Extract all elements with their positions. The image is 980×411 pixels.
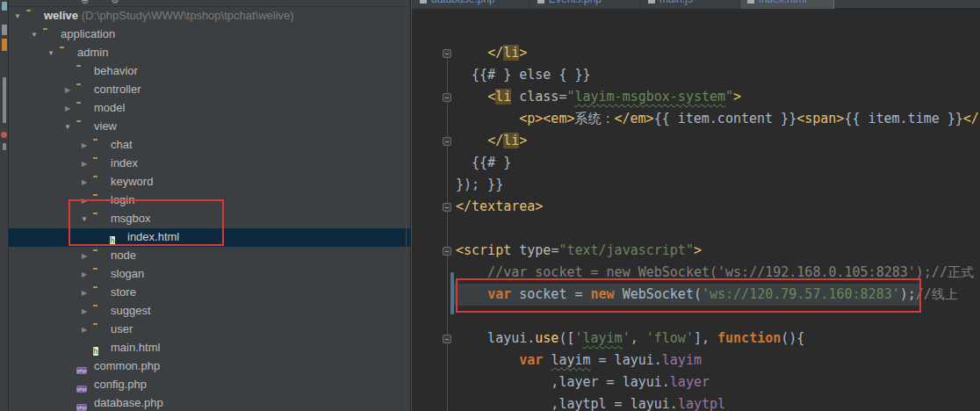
fold-marker[interactable] — [443, 137, 451, 146]
tree-item-index[interactable]: ▶index — [9, 155, 410, 173]
code-token: ' — [574, 330, 582, 346]
chevron-collapsed-icon[interactable]: ▶ — [79, 197, 90, 205]
tab-inner: Events.php — [537, 0, 602, 5]
tree-item-label: login — [111, 193, 134, 206]
code-line[interactable]: <p><em>系统：</em>{{ item.content }}<span>{… — [456, 108, 980, 130]
code-line[interactable]: </li> — [456, 130, 980, 152]
code-token: <script — [456, 242, 519, 258]
tree-item-node[interactable]: ▶node — [9, 247, 410, 265]
code-token: ,laytpl = layui. — [456, 396, 678, 411]
tree-item-label: suggest — [111, 304, 151, 317]
chevron-expanded-icon[interactable]: ▼ — [12, 12, 23, 20]
chevron-collapsed-icon[interactable]: ▶ — [79, 160, 90, 168]
tree-item-keyword[interactable]: ▶keyword — [9, 173, 410, 191]
code-token: li — [495, 89, 511, 105]
tree-item-label: slogan — [111, 267, 144, 280]
editor-tab-main-js[interactable]: main.js — [641, 0, 740, 9]
editor-tab-events-php[interactable]: Events.php — [530, 0, 641, 9]
tree-item-suggest[interactable]: ▶suggest — [9, 302, 410, 321]
code-editor[interactable]: </li> {{# } else { }} <li class="layim-m… — [456, 42, 980, 411]
settings-gear-icon[interactable]: ⚙ — [111, 0, 119, 6]
chevron-collapsed-icon[interactable]: ▶ — [79, 270, 90, 278]
tree-item-application[interactable]: ▼application — [9, 25, 410, 44]
code-token: <span> — [796, 111, 844, 126]
panel-splitter[interactable] — [410, 0, 412, 411]
tree-item-msgbox[interactable]: ▼msgbox — [9, 210, 410, 228]
chevron-expanded-icon[interactable]: ▼ — [46, 49, 56, 57]
tree-item-controller[interactable]: ▶controller — [9, 81, 410, 99]
tree-item-slogan[interactable]: ▶slogan — [9, 265, 410, 284]
chevron-expanded-icon[interactable]: ▼ — [29, 31, 40, 39]
tree-item-admin[interactable]: ▼admin — [9, 44, 410, 62]
code-token: //var socket = new WebSocket('ws://192.1… — [456, 264, 974, 280]
fold-marker[interactable] — [443, 203, 451, 212]
project-path: (D:\phpStudy\WWW\tpshop\tpchat\welive) — [78, 9, 294, 22]
tree-item-database-php[interactable]: phpdatabase.php — [9, 394, 410, 411]
locate-icon[interactable]: ⊕ — [81, 0, 89, 6]
php-file-icon: php — [76, 362, 87, 375]
chevron-collapsed-icon[interactable]: ▶ — [79, 252, 90, 260]
code-line[interactable]: <script type="text/javascript"> — [456, 240, 980, 262]
project-toolbar: ⊕ ⚙ — [9, 0, 410, 7]
code-line[interactable]: layui.use(['layim', 'flow'], function(){ — [456, 328, 980, 350]
tree-item-login[interactable]: ▶login — [9, 191, 410, 210]
code-token — [456, 45, 487, 61]
tree-item-index-html[interactable]: hindex.html — [9, 228, 410, 247]
editor-tab-database-php[interactable]: database.php — [413, 0, 530, 9]
chevron-collapsed-icon[interactable]: ▶ — [79, 326, 90, 334]
code-line[interactable]: <li class="layim-msgbox-system"> — [456, 86, 980, 108]
code-line[interactable]: </li> — [456, 42, 980, 64]
code-line[interactable]: var socket = new WebSocket('ws://120.79.… — [456, 284, 980, 306]
tree-item-common-php[interactable]: phpcommon.php — [9, 357, 410, 376]
code-token: type — [519, 242, 551, 258]
code-line[interactable]: ,laytpl = layui.laytpl — [456, 393, 980, 411]
editor-tab-index-html[interactable]: index.html — [740, 0, 834, 9]
code-token — [456, 352, 519, 368]
file-icon — [420, 0, 427, 4]
code-line[interactable]: </textarea> — [456, 196, 980, 218]
code-token: li — [503, 45, 519, 61]
tree-item-store[interactable]: ▶store — [9, 284, 410, 302]
fold-marker[interactable] — [443, 335, 451, 343]
code-token: {{ item.content }} — [654, 111, 797, 126]
chevron-expanded-icon[interactable]: ▼ — [79, 215, 90, 223]
code-line[interactable]: ,layer = layui.layer — [456, 371, 980, 393]
code-token: socket = — [511, 286, 590, 302]
chevron-collapsed-icon[interactable]: ▶ — [79, 178, 90, 186]
code-token: > — [694, 242, 702, 258]
code-line[interactable]: {{# } else { }} — [456, 64, 980, 86]
tree-item-label: database.php — [94, 396, 163, 409]
code-line[interactable]: //var socket = new WebSocket('ws://192.1… — [456, 262, 980, 284]
panel-scrollbar-track[interactable] — [406, 0, 407, 411]
tree-item-view[interactable]: ▼view — [9, 118, 410, 136]
tree-item-model[interactable]: ▶model — [9, 99, 410, 118]
chevron-collapsed-icon[interactable]: ▶ — [79, 289, 90, 297]
code-line[interactable] — [456, 218, 980, 240]
chevron-expanded-icon[interactable]: ▼ — [62, 123, 73, 131]
fold-marker[interactable] — [443, 49, 451, 58]
chevron-collapsed-icon[interactable]: ▶ — [62, 86, 73, 94]
tree-item-user[interactable]: ▶user — [9, 321, 410, 339]
code-line[interactable]: }); }} — [456, 174, 980, 196]
project-tree: ▼welive (D:\phpStudy\WWW\tpshop\tpchat\w… — [9, 7, 410, 411]
tool-window-stripe[interactable] — [0, 0, 9, 411]
fold-marker[interactable] — [443, 93, 451, 102]
tool-stripe-fragment — [3, 143, 6, 150]
code-line[interactable] — [456, 306, 980, 328]
tree-item-config-php[interactable]: phpconfig.php — [9, 376, 410, 394]
code-line[interactable]: {{# } — [456, 152, 980, 174]
tree-item-welive[interactable]: ▼welive (D:\phpStudy\WWW\tpshop\tpchat\w… — [9, 7, 410, 25]
code-token: <p><em> — [519, 111, 574, 126]
tree-item-chat[interactable]: ▶chat — [9, 136, 410, 155]
editor-tab-bar: database.phpEvents.phpmain.jsindex.html — [412, 0, 980, 9]
html-file-icon: h — [110, 236, 115, 245]
code-line[interactable]: var layim = layui.layim — [456, 350, 980, 371]
fold-marker[interactable] — [443, 247, 451, 256]
tree-item-main-html[interactable]: hmain.html — [9, 339, 410, 357]
chevron-collapsed-icon[interactable]: ▶ — [79, 307, 90, 315]
code-token: {{# } — [456, 155, 511, 170]
chevron-collapsed-icon[interactable]: ▶ — [62, 105, 73, 112]
chevron-collapsed-icon[interactable]: ▶ — [79, 141, 90, 149]
tree-item-behavior[interactable]: behavior — [9, 62, 410, 81]
tool-stripe-fragment — [3, 77, 6, 123]
